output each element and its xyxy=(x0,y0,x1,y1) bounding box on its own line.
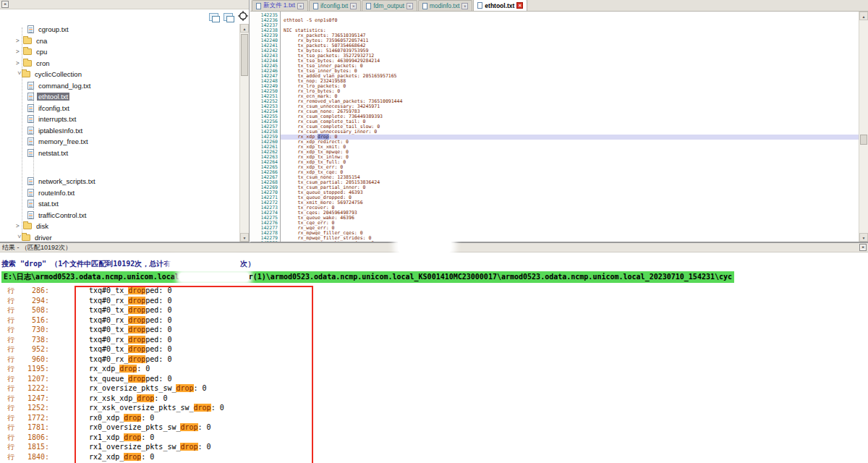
tree-file-command_log.txt[interactable]: command_log.txt xyxy=(0,80,239,92)
result-row[interactable]: 行1815:rx1_oversize_pkts_sw_drop: 0 xyxy=(7,442,224,452)
sync-document-icon[interactable] xyxy=(209,13,218,21)
scroll-up-icon[interactable]: ▲ xyxy=(240,24,249,33)
result-location: 行960: xyxy=(7,355,49,363)
tab-modinfo.txt[interactable]: modinfo.txt× xyxy=(418,0,473,11)
result-text: rx_xdp_drop: 0 xyxy=(89,365,150,373)
tab-ethtool.txt[interactable]: ethtool.txt× xyxy=(473,0,527,11)
editor-line: rx_lro_packets: 0 xyxy=(284,84,859,89)
scroll-down-icon[interactable]: ▼ xyxy=(859,233,868,242)
expand-chevron-icon[interactable]: > xyxy=(16,60,23,67)
editor-line: rx_xdp_tx_err: 0 xyxy=(284,165,859,170)
result-row[interactable]: 行1247:rx_xsk_xdp_drop: 0 xyxy=(7,394,224,404)
search-match-highlight: drop xyxy=(128,375,145,383)
tree-folder-cron[interactable]: >cron xyxy=(0,58,239,69)
result-row[interactable]: 行1806:rx1_xdp_drop: 0 xyxy=(7,433,224,443)
file-icon xyxy=(27,211,34,219)
editor-line: rx_xdp_tx_inlnw: 0 xyxy=(284,155,859,160)
workspace-close-icon[interactable]: × xyxy=(1,1,9,8)
tree-file-routeInfo.txt[interactable]: routeInfo.txt xyxy=(0,187,239,199)
results-close-icon[interactable]: × xyxy=(859,244,867,251)
tree-folder-driver[interactable]: >driver xyxy=(0,232,239,242)
editor-body[interactable]: 1422351422361422371422381422391422401422… xyxy=(250,12,859,242)
expand-chevron-icon[interactable]: > xyxy=(16,38,23,44)
result-row[interactable]: 行952:txq#0_tx_dropped: 0 xyxy=(7,344,224,354)
editor-line: rx_xdp_drop: 0 xyxy=(281,135,859,140)
tree-folder-cyclicCollection[interactable]: >cyclicCollection xyxy=(0,69,239,80)
tree-item-label: ifconfig.txt xyxy=(37,104,71,112)
code-area[interactable]: ethtool -S enp1s0f0NIC statistics: rx_pa… xyxy=(281,12,859,242)
tab-close-icon[interactable]: × xyxy=(350,3,357,9)
tab-close-icon[interactable]: × xyxy=(516,2,523,9)
workspace-scrollbar-thumb[interactable] xyxy=(241,34,248,76)
result-text: txq#0_rx_dropped: 0 xyxy=(89,316,171,324)
tab-close-icon[interactable]: × xyxy=(461,3,468,9)
result-row[interactable]: 行1781:rx0_oversize_pkts_sw_drop: 0 xyxy=(7,422,224,433)
result-row[interactable]: 行730:txq#0_tx_dropped: 0 xyxy=(7,325,224,335)
scroll-down-icon[interactable]: ▼ xyxy=(240,233,249,242)
tree-folder-disk[interactable]: >disk xyxy=(0,221,239,232)
tree-file-stat.txt[interactable]: stat.txt xyxy=(0,198,239,210)
tree-file-memory_free.txt[interactable]: memory_free.txt xyxy=(0,136,239,148)
tree-file-iptablesInfo.txt[interactable]: iptablesInfo.txt xyxy=(0,125,239,137)
result-row[interactable]: 行960:txq#0_rx_dropped: 0 xyxy=(7,354,224,365)
result-row[interactable]: 行1207:tx_queue_dropped: 0 xyxy=(7,374,224,384)
tree-file-ethtool.txt[interactable]: ethtool.txt xyxy=(0,91,239,103)
tree-file-ifconfig.txt[interactable]: ifconfig.txt xyxy=(0,103,239,114)
document-icon xyxy=(366,3,371,9)
editor-line: tx_added_vlan_packets: 205165957165 xyxy=(284,74,859,79)
tree-folder-cpu[interactable]: >cpu xyxy=(0,46,239,58)
result-row[interactable]: 行286:txq#0_tx_dropped: 0 xyxy=(7,286,224,296)
editor-line: tx_cqes: 204596498793 xyxy=(284,211,859,216)
result-row[interactable]: 行294:txq#0_rx_dropped: 0 xyxy=(7,296,224,306)
tab-close-icon[interactable]: × xyxy=(297,3,304,9)
expand-chevron-icon[interactable]: > xyxy=(16,48,23,55)
file-icon xyxy=(27,189,34,197)
editor-scrollbar-thumb[interactable] xyxy=(860,135,867,145)
editor-line: rx_xdp_tx_full: 0 xyxy=(284,160,859,165)
tree-file-network_scripts.txt[interactable]: network_scripts.txt xyxy=(0,176,239,187)
tree-item-label: cgroup.txt xyxy=(37,25,70,33)
editor-line: tx_queue_dropped: 0 xyxy=(284,195,859,200)
result-rows: 行286:txq#0_tx_dropped: 0行294:txq#0_rx_dr… xyxy=(7,286,224,462)
expand-chevron-icon[interactable]: > xyxy=(16,223,23,229)
tab-bar: 新文件 1.txt×ifconfig.txt×fdm_output×modinf… xyxy=(250,0,868,12)
editor-scrollbar[interactable]: ▲ ▼ xyxy=(859,12,868,242)
tab-新文件 1.txt[interactable]: 新文件 1.txt× xyxy=(252,0,308,11)
tree-file-cgroup.txt[interactable]: cgroup.txt xyxy=(0,24,239,35)
sync-folder-icon[interactable] xyxy=(224,13,233,21)
result-row[interactable]: 行1222:rx_oversize_pkts_sw_drop: 0 xyxy=(7,383,224,394)
result-row[interactable]: 行738:txq#0_rx_dropped: 0 xyxy=(7,335,224,345)
result-line-number: 1222 xyxy=(14,383,45,394)
result-location: 行1247: xyxy=(7,394,49,402)
result-row[interactable]: 行508:txq#0_tx_dropped: 0 xyxy=(7,305,224,315)
tab-fdm_output[interactable]: fdm_output× xyxy=(362,0,417,11)
tree-file-trafficControl.txt[interactable]: trafficControl.txt xyxy=(0,210,239,221)
tree-item-label: interrupts.txt xyxy=(37,115,77,123)
result-row[interactable]: 行1195:rx_xdp_drop: 0 xyxy=(7,364,224,374)
tree-item-label: cyclicCollection xyxy=(33,70,83,78)
result-row[interactable]: 行1252:rx_xsk_oversize_pkts_sw_drop: 0 xyxy=(7,403,224,413)
result-location: 行730: xyxy=(7,326,49,334)
tree-file-interrupts.txt[interactable]: interrupts.txt xyxy=(0,114,239,125)
tree-file-netstat.txt[interactable]: netstat.txt xyxy=(0,148,239,159)
scroll-up-icon[interactable]: ▲ xyxy=(859,12,868,20)
tree-item-label: driver xyxy=(33,234,54,242)
result-line-number: 286 xyxy=(14,286,45,296)
search-match-highlight: drop xyxy=(128,306,145,314)
file-icon xyxy=(27,82,34,90)
file-icon xyxy=(27,177,34,185)
locate-current-file-icon[interactable] xyxy=(238,11,248,21)
tab-close-icon[interactable]: × xyxy=(407,3,413,9)
result-file-path[interactable]: E:\日志\armod0523.odata.ncmp.unicom.localr… xyxy=(1,271,734,283)
tab-ifconfig.txt[interactable]: ifconfig.txt× xyxy=(309,0,361,11)
tree-item-label: cron xyxy=(35,59,51,67)
workspace-scrollbar[interactable]: ▲ ▼ xyxy=(239,24,249,242)
tree-item-label: cpu xyxy=(35,48,48,56)
workspace-tree[interactable]: cgroup.txt>cna>cpu>cron>cyclicCollection… xyxy=(0,24,239,242)
result-line-number: 952 xyxy=(14,344,45,354)
tree-folder-cna[interactable]: >cna xyxy=(0,35,239,47)
result-row[interactable]: 行516:txq#0_rx_dropped: 0 xyxy=(7,315,224,326)
result-row[interactable]: 行1772:rx0_xdp_drop: 0 xyxy=(7,413,224,423)
result-row[interactable]: 行1840:rx2_xdp_drop: 0 xyxy=(7,452,224,462)
document-icon xyxy=(422,3,427,9)
